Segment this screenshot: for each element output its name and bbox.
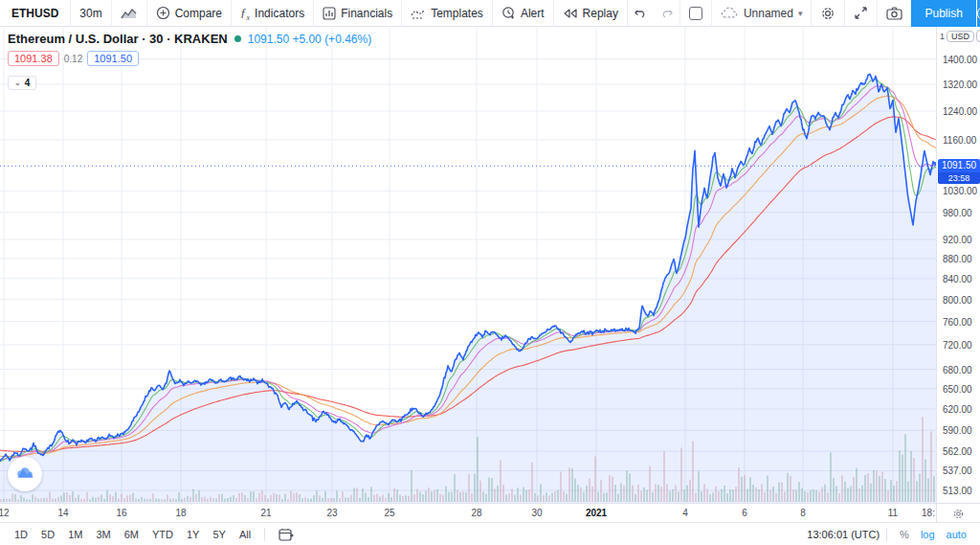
price-axis[interactable]: 1 USD 1091.50 23:58 1400.001320.001240.0… bbox=[936, 27, 980, 503]
layout-name-label: Unnamed bbox=[744, 7, 793, 20]
price-tick-label: 880.00 bbox=[943, 254, 972, 264]
unit-prefix: 1 bbox=[940, 32, 945, 41]
buy-button[interactable]: 1091.50 bbox=[87, 51, 139, 66]
price-tick-label: 1320.00 bbox=[943, 79, 977, 90]
settings-button[interactable] bbox=[812, 0, 844, 27]
time-tick-label: 11 bbox=[888, 508, 898, 518]
time-tick-label: 18: bbox=[922, 508, 935, 518]
camera-icon bbox=[886, 7, 902, 20]
price-axis-unit[interactable]: 1 USD bbox=[940, 30, 980, 42]
financials-label: Financials bbox=[341, 7, 392, 20]
range-button-ytd[interactable]: YTD bbox=[146, 527, 179, 542]
publish-button[interactable]: Publish bbox=[911, 0, 975, 27]
currency-unit-button[interactable]: USD bbox=[947, 31, 974, 42]
chevron-down-icon: ▾ bbox=[798, 9, 803, 18]
axis-settings-corner[interactable] bbox=[936, 504, 980, 523]
symbol-button[interactable]: ETHUSD bbox=[0, 0, 70, 27]
time-tick-label: 12 bbox=[0, 508, 10, 518]
range-button-all[interactable]: All bbox=[234, 527, 256, 542]
replay-button[interactable]: Replay bbox=[554, 0, 627, 27]
price-tick-label: 537.00 bbox=[943, 466, 972, 476]
range-button-6m[interactable]: 6M bbox=[119, 527, 145, 542]
price-tick-label: 920.00 bbox=[943, 235, 972, 245]
save-checkbox-icon bbox=[689, 7, 702, 20]
financials-button[interactable]: Financials bbox=[314, 0, 401, 27]
range-button-5d[interactable]: 5D bbox=[35, 527, 60, 542]
time-axis[interactable]: 12141618212325283020214681118: bbox=[0, 504, 936, 523]
go-to-date-button[interactable] bbox=[273, 526, 300, 543]
time-tick-label: 23 bbox=[326, 508, 337, 518]
replay-icon bbox=[563, 8, 578, 19]
legend-quote-text: 1091.50 +5.00 (+0.46%) bbox=[248, 33, 371, 46]
price-tick-label: 1400.00 bbox=[943, 55, 977, 65]
chart-legend: Ethereum / U.S. Dollar · 30 · KRAKEN 109… bbox=[8, 32, 371, 90]
redo-arrow-icon bbox=[659, 8, 674, 19]
log-scale-button[interactable]: log bbox=[915, 527, 941, 542]
publish-label: Publish bbox=[924, 7, 962, 20]
compare-plus-icon bbox=[156, 6, 170, 20]
legend-symbol-row[interactable]: Ethereum / U.S. Dollar · 30 · KRAKEN 109… bbox=[8, 32, 371, 46]
price-chart-canvas[interactable] bbox=[0, 27, 936, 503]
price-tick-label: 800.00 bbox=[943, 295, 972, 306]
templates-button[interactable]: Templates bbox=[402, 0, 492, 27]
undo-arrow-icon bbox=[634, 8, 648, 19]
price-tick-label: 513.00 bbox=[943, 486, 972, 496]
price-tick-label: 980.00 bbox=[943, 208, 972, 218]
time-tick-label: 6 bbox=[742, 508, 747, 518]
divider bbox=[264, 528, 265, 541]
layout-menu-button[interactable]: Unnamed ▾ bbox=[712, 0, 812, 27]
spread-value: 0.12 bbox=[64, 54, 82, 64]
range-button-1m[interactable]: 1M bbox=[62, 527, 88, 542]
auto-scale-button[interactable]: auto bbox=[941, 527, 972, 542]
undo-button[interactable] bbox=[628, 0, 654, 27]
time-tick-label: 2021 bbox=[586, 508, 607, 518]
legend-symbol-text: Ethereum / U.S. Dollar · 30 · KRAKEN bbox=[8, 32, 228, 46]
legend-bid-ask-row: 1091.38 0.12 1091.50 bbox=[8, 51, 371, 66]
sell-button[interactable]: 1091.38 bbox=[8, 51, 59, 66]
market-status-dot-icon bbox=[234, 35, 241, 42]
interval-button[interactable]: 30m bbox=[71, 0, 110, 27]
time-tick-label: 28 bbox=[471, 508, 481, 518]
interval-label: 30m bbox=[79, 7, 101, 20]
time-tick-label: 16 bbox=[116, 508, 126, 518]
wave-template-icon bbox=[411, 7, 426, 20]
range-button-1d[interactable]: 1D bbox=[9, 527, 33, 542]
symbol-label: ETHUSD bbox=[11, 7, 58, 20]
alert-clock-icon bbox=[501, 6, 516, 20]
range-button-3m[interactable]: 3M bbox=[90, 527, 116, 542]
percent-scale-button[interactable]: % bbox=[894, 527, 915, 542]
price-tick-label: 562.00 bbox=[943, 446, 972, 457]
fullscreen-icon bbox=[854, 6, 868, 20]
divider bbox=[886, 528, 887, 541]
tradingview-logo[interactable] bbox=[8, 457, 42, 491]
chart-type-button[interactable] bbox=[112, 0, 146, 27]
price-tick-label: 1030.00 bbox=[943, 186, 977, 196]
calendar-icon bbox=[278, 528, 294, 541]
redo-button[interactable] bbox=[654, 0, 679, 27]
price-tick-label: 650.00 bbox=[943, 384, 972, 395]
cloud-icon bbox=[721, 7, 739, 19]
range-button-5y[interactable]: 5Y bbox=[207, 527, 231, 542]
compare-label: Compare bbox=[175, 7, 222, 20]
alert-button[interactable]: Alert bbox=[493, 0, 553, 27]
fullscreen-button[interactable] bbox=[845, 0, 877, 27]
price-tick-label: 840.00 bbox=[943, 274, 972, 284]
clock-label[interactable]: 13:06:01 (UTC) bbox=[807, 529, 880, 540]
price-pane[interactable]: Ethereum / U.S. Dollar · 30 · KRAKEN 109… bbox=[0, 27, 936, 503]
price-tick-label: 760.00 bbox=[943, 317, 972, 328]
bar-chart-icon bbox=[323, 7, 336, 20]
range-button-1y[interactable]: 1Y bbox=[181, 527, 205, 542]
save-layout-button[interactable] bbox=[680, 0, 711, 27]
tradingview-logo-icon bbox=[14, 464, 35, 485]
top-toolbar: ETHUSD 30m Compare ƒx Indicators Financi… bbox=[0, 0, 980, 27]
chevron-down-icon: ⌄ bbox=[14, 79, 21, 87]
legend-collapse-row: ⌄ 4 bbox=[8, 72, 371, 90]
indicators-button[interactable]: ƒx Indicators bbox=[232, 0, 313, 27]
time-tick-label: 30 bbox=[531, 508, 542, 518]
time-tick-label: 25 bbox=[384, 508, 394, 518]
tradingview-app: ETHUSD 30m Compare ƒx Indicators Financi… bbox=[0, 0, 980, 545]
legend-collapse-button[interactable]: ⌄ 4 bbox=[8, 76, 36, 90]
snapshot-button[interactable] bbox=[878, 0, 911, 27]
indicator-count: 4 bbox=[25, 78, 31, 88]
compare-button[interactable]: Compare bbox=[147, 0, 231, 27]
